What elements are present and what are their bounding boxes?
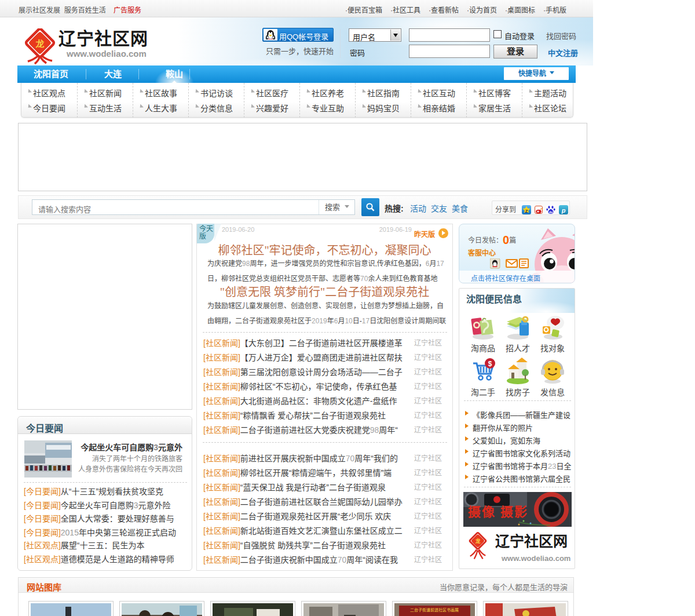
svg-text:二台子街道前进社区书画展: 二台子街道前进社区书画展 [410, 607, 459, 613]
svg-text:龙: 龙 [475, 538, 481, 544]
svg-text:du: du [549, 210, 553, 214]
svg-text:龙: 龙 [35, 39, 44, 49]
svg-text:p: p [561, 207, 566, 214]
svg-text:$: $ [488, 360, 492, 368]
svg-text:摄像 摄影: 摄像 摄影 [468, 505, 528, 519]
svg-text:Z: Z [525, 209, 528, 214]
